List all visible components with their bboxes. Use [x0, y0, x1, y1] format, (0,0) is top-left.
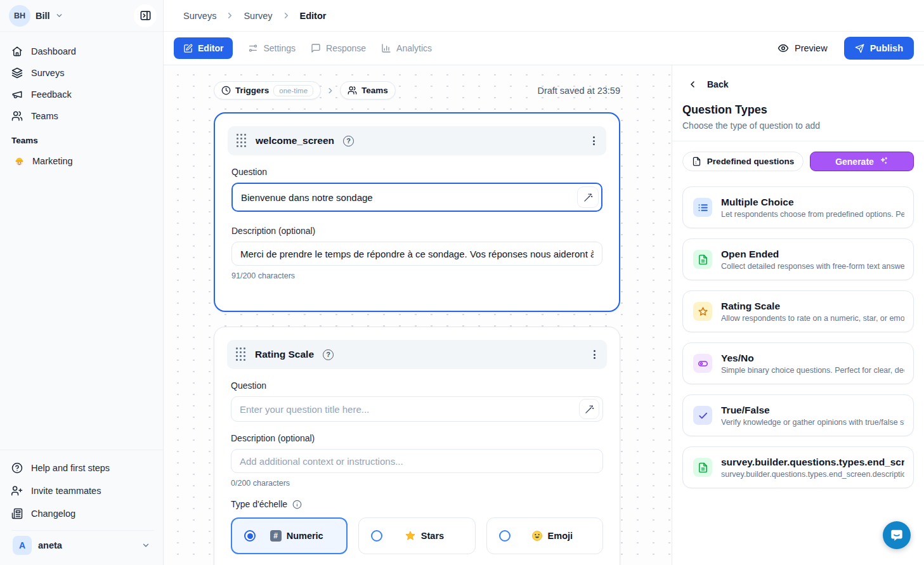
- sidebar-item-marketing[interactable]: Marketing: [0, 150, 163, 172]
- draft-status: Draft saved at 23:59: [537, 86, 620, 96]
- clock-icon: [221, 86, 231, 95]
- type-desc: Let respondents choose from predefined o…: [721, 210, 904, 219]
- question-input[interactable]: [231, 183, 602, 212]
- panel-actions: Predefined questions Generate: [672, 141, 924, 171]
- help-circle-icon: [11, 462, 23, 474]
- magic-wand-button[interactable]: [577, 186, 599, 208]
- teams-label: Teams: [361, 86, 388, 95]
- megaphone-icon: [11, 89, 23, 100]
- help-icon[interactable]: ?: [323, 349, 334, 360]
- question-label: Question: [231, 380, 603, 391]
- check-icon: [693, 406, 712, 425]
- one-time-badge: one-time: [273, 85, 313, 96]
- scale-option-stars[interactable]: Stars: [358, 517, 475, 554]
- radio-icon: [371, 530, 382, 542]
- breadcrumb-survey[interactable]: Survey: [244, 11, 272, 21]
- tab-label: Settings: [263, 43, 296, 53]
- type-card-open-ended[interactable]: Open Ended Collect detailed responses wi…: [682, 238, 914, 280]
- pencil-icon: [183, 44, 193, 53]
- triggers-chip[interactable]: Triggers one-time: [214, 81, 321, 100]
- type-title: Rating Scale: [721, 301, 904, 312]
- type-card-rating-scale[interactable]: Rating Scale Allow respondents to rate o…: [682, 290, 914, 332]
- type-card-multiple-choice[interactable]: Multiple Choice Let respondents choose f…: [682, 186, 914, 228]
- sidebar-item-changelog[interactable]: Changelog: [11, 502, 154, 525]
- sliders-icon: [248, 43, 258, 53]
- wand-icon: [583, 193, 593, 202]
- help-icon[interactable]: ?: [343, 136, 354, 146]
- publish-button[interactable]: Publish: [844, 37, 914, 60]
- tab-response[interactable]: Response: [311, 43, 366, 53]
- tab-label: Editor: [198, 43, 223, 53]
- tab-analytics[interactable]: Analytics: [381, 43, 432, 53]
- sidebar-item-label: Help and first steps: [31, 463, 110, 473]
- sidebar-item-surveys[interactable]: Surveys: [11, 62, 154, 84]
- sidebar-item-teams[interactable]: Teams: [11, 105, 154, 127]
- info-icon[interactable]: [292, 500, 302, 509]
- predefined-label: Predefined questions: [707, 157, 794, 166]
- worker-emoji-icon: [14, 156, 25, 167]
- star-emoji-icon: [405, 530, 416, 542]
- file-text-icon: [693, 458, 712, 477]
- users-icon: [11, 110, 23, 122]
- predefined-questions-button[interactable]: Predefined questions: [682, 152, 804, 171]
- type-card-yes-no[interactable]: Yes/No Simple binary choice questions. P…: [682, 342, 914, 384]
- drag-handle-icon[interactable]: [236, 347, 246, 361]
- sidebar-item-label: Surveys: [31, 68, 64, 78]
- magic-wand-button[interactable]: [579, 399, 599, 419]
- editor-toolbar: Editor Settings Response Analytics Previ…: [164, 32, 924, 65]
- breadcrumb-surveys[interactable]: Surveys: [183, 11, 216, 21]
- sidebar-item-invite[interactable]: Invite teammates: [11, 479, 154, 502]
- chevron-down-icon[interactable]: [55, 11, 63, 20]
- card-title: welcome_screen: [256, 135, 334, 146]
- sidebar-item-label: Teams: [31, 111, 58, 121]
- question-label: Question: [231, 167, 602, 177]
- scale-option-emoji[interactable]: Emoji: [486, 517, 603, 554]
- back-button[interactable]: Back: [672, 65, 924, 89]
- teams-chip[interactable]: Teams: [340, 81, 396, 100]
- sidebar-item-feedback[interactable]: Feedback: [11, 84, 154, 105]
- panel-title: Question Types: [672, 89, 924, 117]
- chat-launcher-button[interactable]: [883, 521, 911, 549]
- rating-scale-card[interactable]: Rating Scale ? Question Description (opt…: [214, 327, 620, 565]
- kebab-menu-icon[interactable]: [591, 347, 598, 361]
- chevron-right-icon: [282, 11, 291, 20]
- type-card-true-false[interactable]: True/False Verify knowledge or gather op…: [682, 394, 914, 436]
- type-card-end-screen[interactable]: survey.builder.questions.types.end_scr..…: [682, 446, 914, 488]
- generate-label: Generate: [835, 157, 874, 167]
- sidebar-collapse-button[interactable]: [134, 4, 157, 27]
- user-name[interactable]: Bill: [36, 11, 50, 21]
- description-input[interactable]: [231, 242, 602, 266]
- kebab-menu-icon[interactable]: [590, 134, 597, 148]
- org-switcher[interactable]: A aneta: [11, 530, 154, 559]
- preview-button[interactable]: Preview: [778, 42, 828, 54]
- char-count: 91/200 characters: [231, 271, 602, 280]
- sidebar-item-label: Dashboard: [31, 46, 76, 56]
- welcome-screen-card[interactable]: welcome_screen ? Question Description (o…: [214, 112, 620, 312]
- scale-option-numeric[interactable]: # Numeric: [231, 517, 348, 554]
- preview-label: Preview: [795, 43, 828, 53]
- type-title: Yes/No: [721, 353, 904, 364]
- sparkles-icon: [879, 157, 888, 166]
- drag-handle-icon[interactable]: [237, 134, 247, 148]
- newspaper-icon: [11, 508, 23, 519]
- question-input[interactable]: [231, 396, 603, 422]
- tab-label: Response: [326, 43, 366, 53]
- generate-button[interactable]: Generate: [810, 152, 914, 171]
- sidebar-item-dashboard[interactable]: Dashboard: [11, 41, 154, 62]
- tab-editor[interactable]: Editor: [174, 37, 233, 59]
- avatar[interactable]: BH: [9, 5, 30, 27]
- type-desc: Verify knowledge or gather opinions with…: [721, 418, 904, 427]
- description-input[interactable]: [231, 449, 603, 473]
- survey-canvas: Triggers one-time Teams Draft saved at 2…: [164, 65, 672, 565]
- file-icon: [692, 157, 701, 166]
- card-title: Rating Scale: [255, 349, 314, 360]
- sidebar-item-help[interactable]: Help and first steps: [11, 457, 154, 479]
- chat-bubble-icon: [890, 528, 904, 542]
- tab-label: Analytics: [396, 43, 432, 53]
- card-header: welcome_screen ?: [228, 126, 606, 155]
- tab-settings[interactable]: Settings: [248, 43, 296, 53]
- breadcrumb-editor: Editor: [300, 11, 327, 21]
- star-icon: [693, 302, 712, 321]
- char-count: 0/200 characters: [231, 479, 603, 488]
- sidebar-footer: Help and first steps Invite teammates Ch…: [0, 450, 163, 565]
